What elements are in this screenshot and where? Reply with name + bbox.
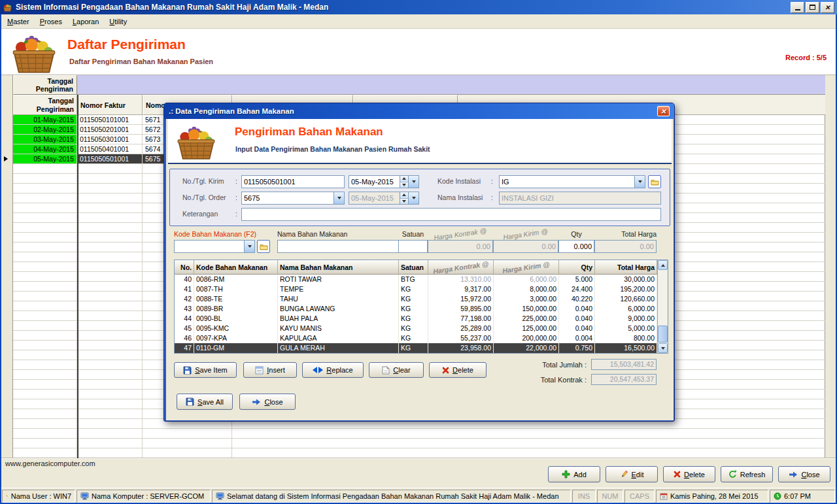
refresh-icon (728, 470, 737, 479)
dialog-close-button[interactable] (657, 106, 670, 116)
grid-cell-no: 47 (175, 343, 194, 353)
grid-row[interactable]: 470110-GMGULA MERAHKG23,958.0022,000.000… (175, 343, 657, 353)
grid-cell-no: 46 (175, 333, 194, 343)
empty-cell (13, 399, 77, 409)
clear-button[interactable]: Clear (369, 362, 424, 378)
red-x-icon (442, 367, 449, 374)
column-header-tanggal-pengiriman[interactable]: Tanggal Pengiriman (13, 95, 77, 115)
grid-cell-harga-kontrak: 15,972.00 (428, 294, 494, 304)
no-order-combo[interactable]: 5675 (241, 192, 345, 205)
column-header-nomor-faktur[interactable]: Nomor Faktur (77, 95, 143, 115)
nama-bahan-input[interactable] (277, 240, 400, 253)
status-message: Selamat datang di Sistem Informasi Penga… (212, 490, 571, 503)
tgl-kirim-spinner[interactable] (400, 176, 408, 188)
kode-instalasi-combo[interactable]: IG (499, 175, 645, 188)
scroll-up-button[interactable] (658, 260, 668, 270)
delete-button[interactable]: Delete (663, 466, 715, 482)
close-icon (825, 3, 830, 11)
grid-header-kode-bahan[interactable]: Kode Bahan Makanan (194, 260, 278, 275)
menu-item-utility[interactable]: Utility (104, 16, 132, 27)
kode-instalasi-dropdown-icon[interactable] (634, 176, 645, 188)
empty-cell (77, 164, 143, 173)
cell-nomor-faktur[interactable]: 0115050501001 (77, 154, 143, 163)
replace-button[interactable]: Replace (302, 362, 364, 378)
grid-cell-satuan: KG (399, 343, 428, 353)
grid-cell-kode-bahan: 0090-BL (194, 314, 278, 324)
grid-row[interactable]: 430089-BRBUNGA LAWANGKG59,895.00150,000.… (175, 304, 657, 314)
group-header-cell[interactable]: Tanggal Pengiriman (13, 75, 77, 95)
empty-cell (13, 292, 77, 301)
nama-instalasi-field: INSTALASI GIZI (499, 192, 661, 205)
grid-header-harga-kontrak[interactable]: Harga Kontrak @ (428, 260, 494, 275)
grid-header-nama-bahan[interactable]: Nama Bahan Makanan (278, 260, 399, 275)
kode-bahan-combo[interactable] (174, 240, 255, 253)
refresh-button[interactable]: Refresh (721, 466, 773, 482)
grid-row[interactable]: 420088-TETAHUKG15,972.003,000.0040.22012… (175, 294, 657, 304)
save-all-button[interactable]: Save All (177, 394, 233, 410)
folder-icon (651, 178, 659, 186)
cell-tanggal-pengiriman[interactable]: 02-May-2015 (13, 125, 77, 134)
dialog-close-button-bottom[interactable]: Close (239, 394, 296, 410)
grid-row[interactable]: 450095-KMCKAYU MANISKG25,289.00125,000.0… (175, 324, 657, 333)
cell-tanggal-pengiriman[interactable]: 04-May-2015 (13, 144, 77, 154)
grid-header-harga-kirim[interactable]: Harga Kirim @ (494, 260, 559, 275)
grid-row[interactable]: 400086-RMROTI TAWARBTG13,310.006,000.005… (175, 275, 657, 284)
menu-item-proses[interactable]: Proses (35, 16, 67, 27)
no-order-dropdown-icon[interactable] (333, 192, 344, 204)
menu-item-master[interactable]: Master (2, 16, 35, 27)
cell-nomor-faktur[interactable]: 0115050101001 (77, 115, 143, 124)
kode-bahan-dropdown-icon[interactable] (244, 241, 254, 252)
save-item-button[interactable]: Save Item (174, 362, 237, 378)
cell-tanggal-pengiriman[interactable]: 05-May-2015 (13, 154, 77, 163)
grid-row[interactable]: 460097-KPAKAPULAGAKG55,237.00200,000.000… (175, 333, 657, 343)
empty-cell (77, 262, 143, 271)
satuan-input[interactable] (398, 240, 428, 253)
scroll-thumb[interactable] (658, 326, 668, 343)
empty-cell (77, 213, 143, 222)
cell-nomor-faktur[interactable]: 0115050401001 (77, 144, 143, 154)
cell-nomor-faktur[interactable]: 0115050301001 (77, 135, 143, 144)
dialog-title-bar[interactable]: .: Data Pengiriman Bahan Makanan (164, 103, 674, 119)
kode-instalasi-browse-button[interactable] (648, 175, 661, 188)
grid-cell-harga-kontrak: 9,317.00 (428, 284, 494, 294)
scroll-down-button[interactable] (658, 343, 668, 353)
red-x-icon (674, 471, 681, 478)
keterangan-input[interactable] (241, 208, 661, 221)
insert-button[interactable]: Insert (243, 362, 297, 378)
folder-icon (260, 243, 268, 250)
restore-button[interactable] (806, 2, 819, 13)
add-button[interactable]: Add (548, 466, 600, 482)
grid-row[interactable]: 440090-BLBUAH PALAKG77,198.00225,000.000… (175, 314, 657, 324)
grid-header-qty[interactable]: Qty (559, 260, 595, 275)
grid-header-satuan[interactable]: Satuan (399, 260, 428, 275)
app-icon (3, 3, 12, 12)
cell-nomor-faktur[interactable]: 0115050201001 (77, 125, 143, 134)
menu-item-laporan[interactable]: Laporan (67, 16, 104, 27)
tgl-kirim-datepicker[interactable]: 05-May-2015 (349, 175, 419, 188)
grid-row[interactable]: 410087-THTEMPEKG9,317.008,000.0024.40019… (175, 284, 657, 294)
total-kontrak-field: 20,547,453.37 (591, 374, 657, 385)
cell-tanggal-pengiriman[interactable]: 03-May-2015 (13, 135, 77, 144)
cell-tanggal-pengiriman[interactable]: 01-May-2015 (13, 115, 77, 124)
grid-header-total-harga[interactable]: Total Harga (595, 260, 657, 275)
empty-cell (77, 390, 143, 399)
grid-header-no[interactable]: No. (175, 260, 194, 275)
close-app-button[interactable]: Close (778, 466, 830, 482)
qty-input[interactable] (558, 240, 594, 253)
tgl-kirim-value: 05-May-2015 (349, 176, 400, 188)
edit-button[interactable]: Edit (606, 466, 658, 482)
close-icon (660, 107, 666, 115)
main-table-empty-row (13, 439, 825, 448)
no-kirim-input[interactable] (241, 175, 345, 188)
window-frame-left (0, 14, 1, 504)
close-button[interactable] (821, 2, 834, 13)
grid-cell-total-harga: 9,000.00 (595, 314, 657, 324)
refresh-label: Refresh (740, 471, 766, 479)
kode-bahan-browse-button[interactable] (257, 240, 270, 253)
website-link: www.generasicomputer.com (5, 460, 95, 467)
delete-item-button[interactable]: Delete (429, 362, 487, 378)
minimize-button[interactable] (791, 2, 804, 13)
tgl-kirim-dropdown-icon[interactable] (408, 176, 418, 188)
window-controls (791, 2, 834, 13)
grid-scrollbar[interactable] (657, 260, 668, 353)
